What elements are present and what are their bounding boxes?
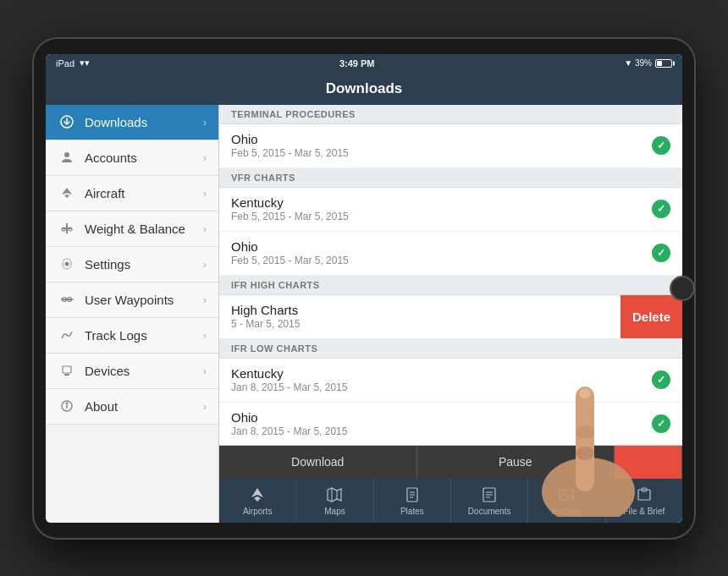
chevron-icon-aircraft: › (203, 187, 207, 200)
svg-point-14 (66, 403, 68, 404)
pause-button[interactable]: Pause (417, 446, 615, 479)
tab-label-documents: Documents (468, 507, 511, 516)
sidebar-item-accounts[interactable]: Accounts › (46, 140, 218, 176)
section-header-ifr-high: IFR HIGH CHARTS (219, 276, 682, 295)
list-item[interactable]: Ohio Feb 5, 2015 - Mar 5, 2015 (219, 124, 682, 168)
list-item[interactable]: Ohio Jan 8, 2015 - Mar 5, 2015 (219, 403, 682, 445)
chevron-icon-about: › (203, 400, 207, 413)
wifi-icon: ▾▾ (80, 58, 90, 69)
info-icon (58, 397, 76, 415)
sidebar-label-settings: Settings (85, 257, 203, 272)
chevron-icon-accounts: › (203, 151, 207, 164)
sidebar-label-track-logs: Track Logs (85, 328, 203, 343)
waypoint-icon (58, 290, 76, 309)
tab-file-brief[interactable]: File & Brief (606, 479, 682, 523)
section-header-vfr: VFR CHARTS (219, 168, 682, 188)
sidebar: Downloads › Accounts › (46, 105, 219, 523)
sidebar-item-about[interactable]: About › (46, 389, 218, 425)
status-bar: iPad ▾▾ 3:49 PM ▼ 39% (46, 54, 682, 73)
svg-point-6 (65, 262, 69, 266)
sidebar-item-downloads[interactable]: Downloads › (46, 105, 218, 140)
svg-rect-25 (560, 490, 573, 500)
download-icon (58, 112, 76, 131)
device-label: iPad (56, 58, 74, 69)
action-bar: Download Pause (219, 445, 682, 479)
airports-icon (247, 485, 267, 505)
track-icon (58, 326, 76, 344)
svg-rect-10 (63, 366, 71, 373)
item-subtitle: Jan 8, 2015 - Mar 5, 2015 (231, 425, 645, 437)
item-text: High Charts 5 - Mar 5, 2015 (231, 303, 645, 330)
sidebar-item-user-waypoints[interactable]: User Waypoints › (46, 283, 218, 318)
tab-imagery[interactable]: Imagery (528, 479, 605, 523)
sidebar-item-weight-balance[interactable]: Weight & Balance › (46, 211, 218, 247)
item-title: Kentucky (231, 195, 645, 210)
status-bar-right: ▼ 39% (624, 58, 672, 68)
maps-icon (324, 485, 345, 505)
sidebar-item-settings[interactable]: Settings › (46, 247, 218, 283)
svg-rect-11 (64, 374, 69, 376)
download-list: TERMINAL PROCEDURES Ohio Feb 5, 2015 - M… (219, 105, 682, 445)
sidebar-label-devices: Devices (85, 364, 203, 378)
item-text: Ohio Jan 8, 2015 - Mar 5, 2015 (231, 410, 645, 437)
gear-icon (58, 255, 76, 273)
imagery-icon (556, 485, 576, 505)
tab-bar: Airports Maps (219, 479, 682, 523)
chevron-icon-user-waypoints: › (203, 293, 207, 306)
sidebar-label-about: About (85, 399, 203, 414)
delete-all-button[interactable] (615, 446, 682, 479)
main-content: Downloads › Accounts › (46, 105, 682, 523)
item-subtitle: Feb 5, 2015 - Mar 5, 2015 (231, 211, 645, 222)
sidebar-label-accounts: Accounts (85, 151, 203, 165)
plates-icon (402, 485, 422, 505)
content-area: TERMINAL PROCEDURES Ohio Feb 5, 2015 - M… (219, 105, 682, 523)
sidebar-label-weight-balance: Weight & Balance (85, 222, 203, 236)
sidebar-label-downloads: Downloads (85, 115, 203, 129)
item-title: Ohio (231, 239, 645, 254)
chevron-icon-track-logs: › (203, 329, 207, 342)
list-item-deleting[interactable]: High Charts 5 - Mar 5, 2015 Delete (219, 295, 682, 339)
chevron-icon-devices: › (203, 365, 207, 377)
aircraft-icon (58, 184, 76, 202)
tab-maps[interactable]: Maps (296, 479, 373, 523)
status-bar-left: iPad ▾▾ (56, 58, 90, 69)
tab-documents[interactable]: Documents (451, 479, 528, 523)
tab-label-imagery: Imagery (551, 507, 582, 516)
check-icon (652, 414, 670, 433)
check-icon (652, 370, 670, 389)
item-text: Ohio Feb 5, 2015 - Mar 5, 2015 (231, 132, 645, 159)
ipad-frame: iPad ▾▾ 3:49 PM ▼ 39% Downloads (34, 39, 694, 538)
list-item[interactable]: Kentucky Jan 8, 2015 - Mar 5, 2015 (219, 359, 682, 403)
sidebar-item-aircraft[interactable]: Aircraft › (46, 176, 218, 211)
svg-point-1 (64, 152, 69, 157)
sidebar-item-devices[interactable]: Devices › (46, 354, 218, 389)
person-icon (58, 148, 76, 167)
devices-icon (58, 361, 76, 380)
signal-text: ▼ 39% (624, 58, 652, 68)
sidebar-label-user-waypoints: User Waypoints (85, 293, 203, 307)
list-item[interactable]: Ohio Feb 5, 2015 - Mar 5, 2015 (219, 232, 682, 276)
file-brief-icon (634, 485, 654, 505)
sidebar-item-track-logs[interactable]: Track Logs › (46, 318, 218, 354)
download-button[interactable]: Download (219, 446, 417, 479)
tab-label-maps: Maps (324, 507, 345, 516)
chevron-icon-settings: › (203, 258, 207, 271)
home-button[interactable] (670, 276, 695, 301)
item-subtitle: Feb 5, 2015 - Mar 5, 2015 (231, 147, 645, 159)
item-text: Kentucky Feb 5, 2015 - Mar 5, 2015 (231, 195, 645, 222)
check-icon (652, 200, 670, 218)
tab-airports[interactable]: Airports (219, 479, 296, 523)
tab-plates[interactable]: Plates (374, 479, 451, 523)
documents-icon (479, 485, 499, 505)
check-icon (652, 136, 670, 155)
check-icon (652, 244, 670, 262)
item-subtitle: 5 - Mar 5, 2015 (231, 318, 645, 330)
tab-label-file-brief: File & Brief (623, 507, 665, 516)
tab-label-plates: Plates (400, 507, 424, 516)
sidebar-label-aircraft: Aircraft (85, 186, 203, 200)
balance-icon (58, 219, 76, 238)
battery-fill (657, 61, 662, 66)
list-item[interactable]: Kentucky Feb 5, 2015 - Mar 5, 2015 (219, 188, 682, 232)
app-header: Downloads (46, 73, 682, 105)
delete-button[interactable]: Delete (620, 295, 682, 338)
